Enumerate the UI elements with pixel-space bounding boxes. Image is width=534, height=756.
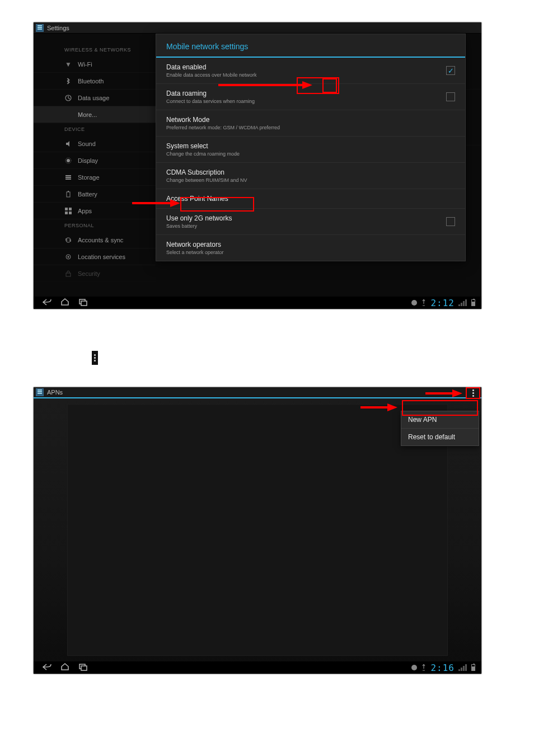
sidebar-item-label: Sound	[78, 140, 96, 147]
svg-rect-17	[66, 273, 71, 276]
sidebar-item-storage[interactable]: Storage	[34, 169, 156, 186]
sidebar-item-accounts[interactable]: Accounts & sync	[34, 232, 156, 248]
pref-sub: Select a network operator	[166, 250, 455, 255]
sidebar-item-battery[interactable]: Battery	[34, 186, 156, 203]
pref-sub: Connect to data services when roaming	[166, 98, 446, 104]
pref-label: Access Point Names	[166, 195, 455, 203]
sidebar-item-more[interactable]: More...	[34, 106, 156, 123]
home-button[interactable]	[56, 663, 74, 673]
svg-rect-1	[38, 29, 42, 30]
back-button[interactable]	[38, 663, 56, 673]
sidebar-item-wifi[interactable]: ▼ Wi-Fi	[34, 56, 156, 73]
recent-apps-button[interactable]	[74, 663, 92, 673]
sidebar-item-location[interactable]: Location services	[34, 248, 156, 265]
sidebar-item-label: Display	[78, 157, 98, 164]
svg-point-4	[67, 159, 70, 162]
sound-icon	[64, 140, 72, 148]
sidebar-item-label: Location services	[78, 253, 125, 260]
svg-rect-0	[38, 27, 42, 28]
pref-label: System select	[166, 142, 455, 150]
pref-label: CDMA Subscription	[166, 168, 455, 176]
notification-icon[interactable]	[411, 299, 418, 306]
section-header-device: DEVICE	[34, 123, 156, 135]
sidebar-item-security[interactable]: Security	[34, 265, 156, 282]
battery-icon	[64, 190, 72, 198]
screenshot-apns: APNs New APN Reset to default	[34, 387, 481, 674]
signal-icon	[421, 299, 427, 306]
pref-sub: Saves battery	[166, 223, 446, 229]
menu-item-reset-default[interactable]: Reset to default	[401, 429, 479, 445]
pref-apn[interactable]: Access Point Names	[156, 189, 465, 209]
sidebar-item-label: Storage	[78, 174, 100, 181]
clock[interactable]: 2:12	[430, 298, 455, 308]
sidebar-item-label: Bluetooth	[78, 78, 104, 84]
battery-status-icon	[470, 299, 475, 306]
recent-apps-button[interactable]	[74, 298, 92, 308]
title-bar: APNs	[34, 387, 481, 398]
svg-rect-13	[65, 212, 68, 214]
svg-point-26	[411, 665, 417, 670]
overflow-menu-icon	[92, 351, 98, 365]
sidebar-item-label: Battery	[78, 191, 97, 198]
pref-sub: Change between RUIM/SIM and NV	[166, 177, 455, 183]
pref-cdma-subscription[interactable]: CDMA Subscription Change between RUIM/SI…	[156, 163, 465, 189]
battery-status-icon	[470, 664, 475, 671]
sidebar-item-sound[interactable]: Sound	[34, 135, 156, 152]
svg-rect-11	[65, 208, 68, 210]
checkbox-unchecked-icon[interactable]: ✓	[446, 217, 455, 226]
dialog-title: Mobile network settings	[156, 34, 465, 58]
svg-rect-7	[65, 177, 71, 178]
title-bar-text: Settings	[47, 25, 69, 31]
sync-icon	[64, 236, 72, 244]
sidebar-item-label: Apps	[78, 208, 92, 214]
sidebar-item-display[interactable]: Display	[34, 152, 156, 169]
sidebar-item-datausage[interactable]: Data usage	[34, 90, 156, 106]
bluetooth-icon	[64, 77, 72, 85]
overflow-popup-menu: New APN Reset to default	[401, 411, 479, 446]
signal-icon	[421, 664, 427, 671]
sidebar-item-bluetooth[interactable]: Bluetooth	[34, 73, 156, 90]
svg-point-20	[411, 300, 417, 306]
display-icon	[64, 157, 72, 165]
svg-rect-6	[65, 175, 71, 176]
checkbox-checked-icon[interactable]: ✓	[446, 66, 455, 75]
overflow-menu-button[interactable]	[467, 387, 479, 398]
wifi-icon: ▼	[64, 60, 72, 68]
settings-app-icon	[36, 388, 44, 396]
pref-network-operators[interactable]: Network operators Select a network opera…	[156, 235, 465, 261]
sidebar-item-label: Wi-Fi	[78, 61, 92, 68]
section-header-wireless: WIRELESS & NETWORKS	[34, 44, 156, 56]
back-button[interactable]	[38, 298, 56, 308]
svg-rect-2	[38, 25, 42, 26]
pref-label: Use only 2G networks	[166, 214, 446, 222]
apps-icon	[64, 207, 72, 215]
pref-label: Data roaming	[166, 90, 446, 97]
system-bar: 2:16	[34, 661, 481, 674]
cell-signal-icon	[458, 299, 467, 306]
pref-system-select[interactable]: System select Change the cdma roaming mo…	[156, 137, 465, 163]
pref-sub: Preferred network mode: GSM / WCDMA pref…	[166, 125, 455, 130]
menu-item-new-apn[interactable]: New APN	[401, 411, 479, 429]
title-bar-text: APNs	[47, 389, 63, 396]
sidebar-item-apps[interactable]: Apps	[34, 203, 156, 219]
clock[interactable]: 2:16	[430, 663, 455, 673]
svg-rect-14	[69, 212, 72, 214]
pref-data-roaming[interactable]: Data roaming Connect to data services wh…	[156, 84, 465, 110]
security-icon	[64, 270, 72, 278]
svg-rect-23	[38, 389, 42, 391]
datausage-icon	[64, 94, 72, 102]
sidebar-item-label: Security	[78, 270, 100, 277]
pref-data-enabled[interactable]: Data enabled Enable data access over Mob…	[156, 58, 465, 84]
svg-rect-10	[68, 191, 69, 192]
mobile-network-dialog: Mobile network settings Data enabled Ena…	[156, 34, 466, 261]
pref-network-mode[interactable]: Network Mode Preferred network mode: GSM…	[156, 110, 465, 137]
pref-2g-only[interactable]: Use only 2G networks Saves battery ✓	[156, 209, 465, 235]
notification-icon[interactable]	[411, 664, 418, 671]
checkbox-unchecked-icon[interactable]: ✓	[446, 92, 455, 101]
sidebar-item-label: More...	[78, 111, 97, 118]
apns-body: New APN Reset to default	[34, 398, 481, 661]
home-button[interactable]	[56, 298, 74, 308]
pref-label: Data enabled	[166, 63, 446, 71]
screenshot-mobile-network-settings: Settings WIRELESS & NETWORKS ▼ Wi-Fi Blu…	[34, 22, 481, 309]
section-header-personal: PERSONAL	[34, 219, 156, 232]
